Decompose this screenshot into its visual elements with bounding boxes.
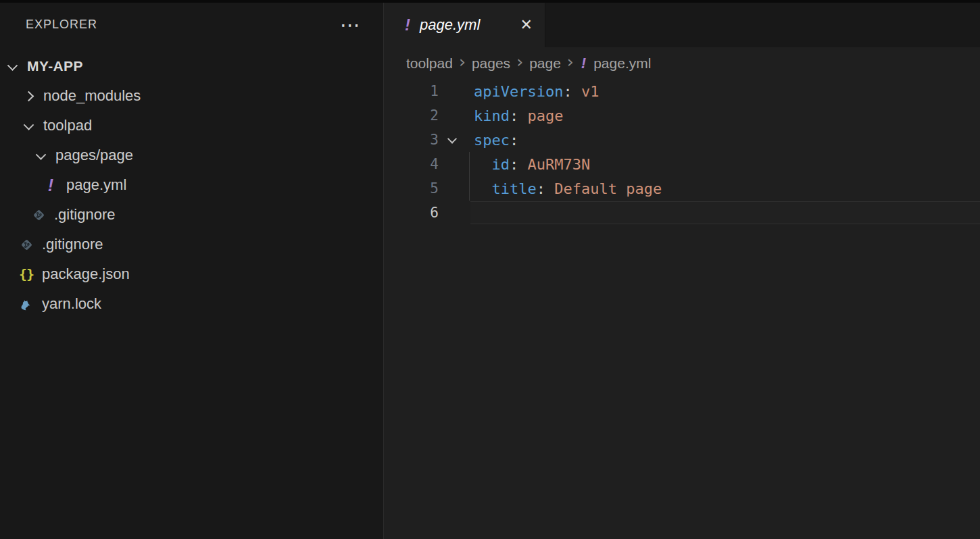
line-number: 5 (384, 180, 439, 197)
line-number: 2 (384, 107, 439, 124)
tree-item-label: pages/page (55, 147, 133, 164)
code-line-2[interactable]: 2kind: page (384, 103, 980, 128)
code-line-text: title: Default page (466, 180, 662, 197)
tree-item-pages-page[interactable]: pages/page (0, 140, 383, 170)
tab-page-yml[interactable]: ! page.yml ✕ (384, 0, 545, 47)
chevron-down-icon (23, 122, 34, 130)
explorer-sidebar: EXPLORER ⋯ MY-APPnode_modulestoolpadpage… (0, 0, 384, 539)
breadcrumb-item-page[interactable]: page (529, 55, 561, 72)
tree-root-label: MY-APP (27, 58, 83, 74)
explorer-header: EXPLORER ⋯ (0, 3, 383, 46)
chevron-right-icon (23, 93, 34, 100)
chevron-right-icon: › (459, 53, 466, 70)
tree-item-page-yml[interactable]: !page.yml (0, 170, 383, 200)
code-line-5[interactable]: 5 title: Default page (384, 176, 980, 201)
close-icon[interactable]: ✕ (519, 16, 534, 34)
fold-chevron-icon[interactable] (439, 136, 466, 143)
yarn-icon (19, 296, 34, 312)
tree-item-package-json[interactable]: {}package.json (0, 259, 383, 289)
code-line-3[interactable]: 3spec: (384, 128, 980, 152)
tree-item-label: yarn.lock (42, 295, 101, 313)
code-editor[interactable]: 1apiVersion: v12kind: page3spec:4 id: Au… (384, 79, 980, 539)
yaml-warning-icon: ! (43, 177, 58, 193)
chevron-right-icon: › (516, 53, 523, 70)
breadcrumb-item-toolpad[interactable]: toolpad (406, 55, 453, 72)
yaml-warning-icon: ! (581, 56, 586, 71)
tree-item-label: package.json (42, 265, 130, 283)
line-number: 4 (384, 156, 439, 172)
breadcrumb: toolpad›pages›page›!page.yml (384, 47, 980, 79)
chevron-right-icon: › (567, 53, 574, 70)
tree-item-label: .gitignore (42, 236, 103, 253)
line-number: 6 (384, 205, 439, 221)
code-line-1[interactable]: 1apiVersion: v1 (384, 79, 980, 103)
line-number: 3 (384, 132, 439, 148)
code-line-text: spec: (466, 132, 518, 149)
more-actions-icon[interactable]: ⋯ (340, 20, 362, 30)
tab-bar: ! page.yml ✕ (384, 0, 980, 47)
tree-item-label: toolpad (43, 117, 92, 134)
chevron-down-icon (7, 63, 18, 70)
code-line-text: id: AuRM73N (466, 156, 590, 173)
tree-root-my-app[interactable]: MY-APP (0, 51, 383, 81)
tree-item-gitignore[interactable]: .gitignore (0, 230, 383, 259)
line-number: 1 (384, 83, 439, 99)
tree-item-label: .gitignore (54, 206, 116, 224)
json-braces-icon: {} (19, 266, 34, 282)
tree-item-gitignore[interactable]: .gitignore (0, 200, 383, 230)
code-line-text: kind: page (466, 107, 563, 124)
vscode-window: EXPLORER ⋯ MY-APPnode_modulestoolpadpage… (0, 0, 980, 539)
tree-item-label: page.yml (66, 176, 126, 194)
git-icon (31, 207, 46, 223)
explorer-title: EXPLORER (26, 18, 97, 32)
editor-area: ! page.yml ✕ toolpad›pages›page›!page.ym… (384, 0, 980, 539)
code-line-text: apiVersion: v1 (466, 83, 599, 100)
window-top-border (0, 0, 980, 3)
breadcrumb-item-page-yml[interactable]: page.yml (593, 55, 651, 72)
code-line-4[interactable]: 4 id: AuRM73N (384, 152, 980, 176)
tree-item-node-modules[interactable]: node_modules (0, 81, 383, 111)
file-tree: MY-APPnode_modulestoolpadpages/page!page… (0, 51, 383, 319)
chevron-down-icon (35, 152, 46, 159)
tab-title: page.yml (420, 16, 510, 34)
tree-item-toolpad[interactable]: toolpad (0, 111, 383, 140)
tree-item-yarn-lock[interactable]: yarn.lock (0, 289, 383, 319)
git-icon (19, 236, 34, 253)
yaml-warning-icon: ! (405, 17, 410, 33)
breadcrumb-item-pages[interactable]: pages (472, 55, 510, 72)
tree-item-label: node_modules (43, 87, 141, 105)
code-line-6[interactable]: 6 (384, 201, 980, 225)
